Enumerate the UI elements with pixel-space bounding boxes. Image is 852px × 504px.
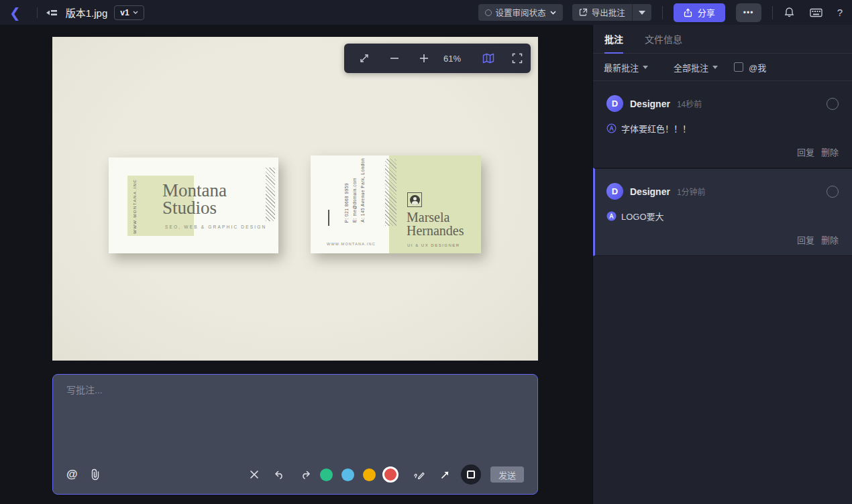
share-label: 分享 [698, 6, 715, 19]
rectangle-icon [467, 470, 475, 479]
share-button[interactable]: 分享 [674, 3, 725, 22]
sort-filter-dropdown[interactable]: 最新批注 [604, 61, 648, 74]
card-person-icon [407, 192, 422, 207]
undo-icon[interactable] [274, 470, 285, 479]
composer-toolbar: @ [66, 463, 524, 486]
comment-header: D Designer 14秒前 [606, 95, 839, 112]
triangle-down-icon [639, 11, 645, 15]
business-card-back: P: 021 8668 9959 E: me@domain.com A: 145… [311, 155, 481, 253]
export-icon [579, 8, 588, 17]
hatch-decoration [266, 168, 275, 221]
business-card-front: WWW.MONTANA.INC Montana Studios SEO, WEB… [109, 158, 278, 253]
color-red-selected[interactable] [382, 466, 398, 483]
caret-down-icon [712, 66, 718, 69]
avatar: D [606, 183, 623, 200]
fit-to-screen-icon[interactable] [359, 53, 370, 64]
divider [662, 6, 663, 19]
color-blue[interactable] [341, 468, 354, 481]
resolve-circle[interactable] [827, 98, 839, 110]
comment-text: 字体要红色！！！ [621, 122, 691, 135]
comment-filters: 最新批注 全部批注 @我 [593, 54, 852, 81]
back-icon[interactable]: ❮ [9, 6, 21, 19]
canvas-area: WWW.MONTANA.INC Montana Studios SEO, WEB… [0, 25, 592, 504]
share-icon [684, 8, 693, 17]
pencil-draw-icon[interactable] [413, 470, 425, 480]
color-green[interactable] [320, 468, 333, 481]
comment-body: LOGO要大 [606, 210, 839, 223]
set-review-status-label: 设置审阅状态 [496, 6, 546, 19]
card-address: A: 145 Avenue Park, London [360, 158, 365, 223]
reply-link[interactable]: 回复 [797, 233, 814, 246]
comment-composer: @ [52, 374, 538, 495]
comment-body: 字体要红色！！！ [606, 122, 839, 135]
sidebar-tabs: 批注 文件信息 [593, 25, 852, 54]
comment-input[interactable] [66, 383, 524, 463]
hatch-decoration [385, 159, 396, 226]
mention-me-label: @我 [749, 61, 766, 74]
delete-link[interactable]: 删除 [821, 233, 839, 246]
card-site-vertical: WWW.MONTANA.INC [133, 178, 137, 234]
reply-link[interactable]: 回复 [797, 145, 814, 158]
comment-time: 1分钟前 [677, 186, 706, 197]
sort-filter-label: 最新批注 [604, 61, 639, 74]
export-notes-button-group: 导出批注 [572, 4, 651, 21]
card-green-half [389, 155, 481, 253]
annotation-marker-icon [606, 211, 617, 221]
export-notes-button[interactable]: 导出批注 [572, 4, 633, 21]
mention-icon[interactable]: @ [66, 468, 78, 481]
comment-item-selected[interactable]: D Designer 1分钟前 LOGO要大 回复 删除 [593, 168, 852, 256]
divider [37, 7, 38, 18]
comment-actions: 回复 删除 [606, 145, 839, 158]
export-notes-label: 导出批注 [592, 6, 625, 19]
outline-toggle-icon[interactable] [46, 8, 58, 17]
card-tagline: SEO, WEB & GRAPHIC DESIGN [165, 225, 266, 229]
card-email: E: me@domain.com [352, 178, 357, 223]
status-circle-icon [485, 9, 492, 16]
tab-comments[interactable]: 批注 [604, 25, 623, 54]
export-dropdown-button[interactable] [633, 4, 651, 21]
mention-me-checkbox[interactable] [734, 62, 743, 72]
avatar: D [606, 95, 623, 112]
scope-filter-dropdown[interactable]: 全部批注 [674, 61, 718, 74]
file-title: 版本1.jpg [66, 5, 108, 19]
zoom-out-button[interactable] [390, 54, 399, 63]
version-selector[interactable]: v1 [114, 5, 144, 20]
card-person-role: UI & UX DESIGNER [407, 243, 460, 247]
arrow-tool-icon[interactable] [440, 470, 450, 480]
clear-drawing-icon[interactable] [250, 470, 259, 479]
comment-item[interactable]: D Designer 14秒前 字体要红色！！！ 回复 删除 [593, 81, 852, 168]
resolve-circle[interactable] [827, 186, 839, 198]
rectangle-tool[interactable] [461, 464, 481, 485]
chevron-down-icon [550, 11, 556, 15]
card-person-name: Marsela Hernandes [407, 211, 464, 237]
card-company-name: Montana Studios [162, 182, 227, 217]
comment-actions: 回复 删除 [606, 233, 839, 246]
card-site: WWW.MONTANA.INC [327, 242, 376, 246]
tab-file-info[interactable]: 文件信息 [645, 25, 682, 54]
comment-time: 14秒前 [677, 98, 702, 109]
dash-decoration [328, 210, 329, 226]
notifications-bell-icon[interactable] [784, 7, 795, 18]
keyboard-shortcuts-icon[interactable] [810, 8, 822, 17]
minimap-icon[interactable] [482, 53, 494, 64]
delete-link[interactable]: 删除 [821, 145, 839, 158]
top-bar: ❮ 版本1.jpg v1 设置审阅状态 导出批注 分享 ••• ? [0, 0, 852, 25]
color-yellow[interactable] [363, 468, 376, 481]
card-phone: P: 021 8668 9959 [344, 183, 349, 223]
help-icon[interactable]: ? [837, 7, 843, 18]
comment-author: Designer [630, 99, 670, 109]
comment-header: D Designer 1分钟前 [606, 183, 839, 200]
send-button[interactable]: 发送 [490, 466, 524, 483]
redo-icon[interactable] [300, 470, 311, 479]
version-label: v1 [120, 8, 129, 17]
attachment-icon[interactable] [90, 468, 101, 481]
more-button[interactable]: ••• [736, 3, 761, 22]
annotation-marker-icon [606, 123, 617, 133]
image-preview[interactable]: WWW.MONTANA.INC Montana Studios SEO, WEB… [52, 37, 538, 361]
zoom-toolbar: 61% [344, 44, 531, 73]
zoom-level: 61% [443, 54, 461, 64]
zoom-in-button[interactable] [419, 54, 429, 63]
fullscreen-icon[interactable] [512, 53, 523, 64]
set-review-status-button[interactable]: 设置审阅状态 [478, 4, 563, 21]
comment-author: Designer [630, 186, 670, 197]
